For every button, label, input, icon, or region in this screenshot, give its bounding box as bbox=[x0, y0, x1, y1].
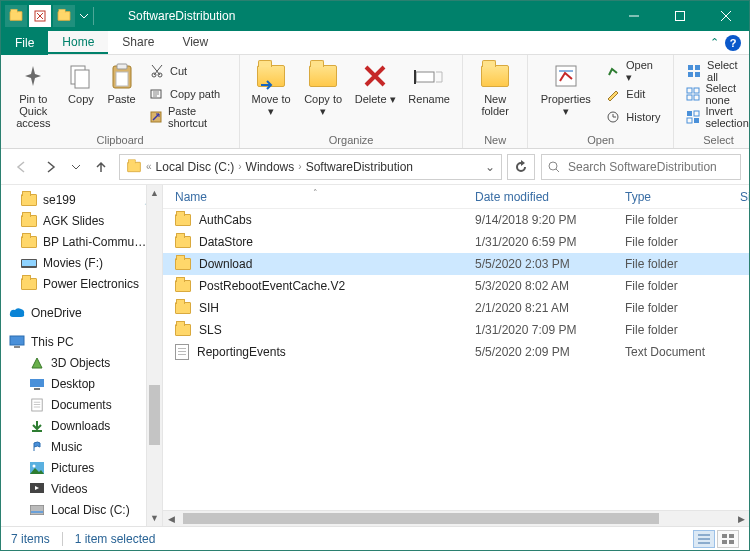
copy-button[interactable]: Copy bbox=[64, 59, 99, 105]
svg-rect-2 bbox=[676, 12, 685, 21]
invert-selection-button[interactable]: Invert selection bbox=[682, 107, 750, 127]
file-explorer-window: SoftwareDistribution File Home Share Vie… bbox=[0, 0, 750, 551]
file-row[interactable]: SIH2/1/2020 8:21 AMFile folder bbox=[163, 297, 749, 319]
tab-view[interactable]: View bbox=[168, 31, 222, 54]
nav-item[interactable]: Pictures bbox=[1, 457, 162, 478]
nav-back-button[interactable] bbox=[9, 155, 33, 179]
nav-item[interactable]: Videos bbox=[1, 478, 162, 499]
paste-shortcut-button[interactable]: Paste shortcut bbox=[145, 107, 231, 127]
select-all-button[interactable]: Select all bbox=[682, 61, 750, 81]
nav-item[interactable]: AGK Slides bbox=[1, 210, 162, 231]
tab-home[interactable]: Home bbox=[48, 31, 108, 54]
move-to-button[interactable]: Move to ▾ bbox=[248, 59, 294, 117]
nav-onedrive[interactable]: OneDrive bbox=[1, 302, 162, 323]
chevron-icon[interactable]: « bbox=[146, 161, 152, 172]
pin-to-quick-access-button[interactable]: Pin to Quick access bbox=[9, 59, 58, 129]
nav-item[interactable]: 3D Objects bbox=[1, 352, 162, 373]
tab-share[interactable]: Share bbox=[108, 31, 168, 54]
nav-item[interactable]: Documents bbox=[1, 394, 162, 415]
horizontal-scrollbar[interactable]: ◀ ▶ bbox=[163, 510, 749, 526]
file-row[interactable]: DataStore1/31/2020 6:59 PMFile folder bbox=[163, 231, 749, 253]
svg-rect-25 bbox=[694, 111, 699, 116]
help-icon[interactable]: ? bbox=[725, 35, 741, 51]
search-input[interactable] bbox=[566, 159, 734, 175]
delete-button[interactable]: Delete ▾ bbox=[352, 59, 398, 105]
nav-item[interactable]: Movies (F:) bbox=[1, 252, 162, 273]
column-size[interactable]: Size bbox=[728, 190, 750, 204]
search-box[interactable] bbox=[541, 154, 741, 180]
ribbon-collapse-icon[interactable]: ⌃ bbox=[710, 36, 719, 49]
svg-rect-47 bbox=[729, 534, 734, 538]
file-row[interactable]: PostRebootEventCache.V25/3/2020 8:02 AMF… bbox=[163, 275, 749, 297]
file-row[interactable]: AuthCabs9/14/2018 9:20 PMFile folder bbox=[163, 209, 749, 231]
qat-new-folder-icon[interactable] bbox=[53, 5, 75, 27]
file-list-pane: Name˄ Date modified Type Size AuthCabs9/… bbox=[163, 185, 749, 526]
close-button[interactable] bbox=[703, 1, 749, 31]
svg-rect-26 bbox=[687, 118, 692, 123]
file-type: Text Document bbox=[613, 345, 728, 359]
column-name[interactable]: Name˄ bbox=[163, 190, 463, 204]
edit-button[interactable]: Edit bbox=[601, 84, 665, 104]
nav-item[interactable]: Desktop bbox=[1, 373, 162, 394]
nav-item[interactable]: Music bbox=[1, 436, 162, 457]
file-row[interactable]: Download5/5/2020 2:03 PMFile folder bbox=[163, 253, 749, 275]
scroll-left-icon[interactable]: ◀ bbox=[163, 511, 179, 526]
maximize-button[interactable] bbox=[657, 1, 703, 31]
title-bar: SoftwareDistribution bbox=[1, 1, 749, 31]
breadcrumb-item[interactable]: Local Disc (C:) bbox=[156, 160, 235, 174]
scroll-right-icon[interactable]: ▶ bbox=[733, 511, 749, 526]
chevron-right-icon[interactable]: › bbox=[298, 161, 301, 172]
svg-rect-27 bbox=[694, 118, 699, 123]
window-title: SoftwareDistribution bbox=[128, 9, 235, 23]
tab-file[interactable]: File bbox=[1, 31, 48, 55]
address-dropdown-icon[interactable]: ⌄ bbox=[485, 160, 495, 174]
ribbon-group-organize: Move to ▾ Copy to ▾ Delete ▾ Rename Orga… bbox=[240, 55, 463, 148]
nav-item[interactable]: Downloads bbox=[1, 415, 162, 436]
file-name: DataStore bbox=[199, 235, 253, 249]
history-button[interactable]: History bbox=[601, 107, 665, 127]
view-details-button[interactable] bbox=[693, 530, 715, 548]
nav-item[interactable]: BP Lathi-Commu… bbox=[1, 231, 162, 252]
chevron-right-icon[interactable]: › bbox=[238, 161, 241, 172]
nav-this-pc[interactable]: This PC bbox=[1, 331, 162, 352]
qat-customize-dropdown[interactable] bbox=[77, 5, 91, 27]
nav-item[interactable]: Power Electronics bbox=[1, 273, 162, 294]
qat-properties-icon[interactable] bbox=[29, 5, 51, 27]
view-icons-button[interactable] bbox=[717, 530, 739, 548]
file-name: PostRebootEventCache.V2 bbox=[199, 279, 345, 293]
breadcrumb-item[interactable]: SoftwareDistribution bbox=[306, 160, 413, 174]
copy-path-button[interactable]: Copy path bbox=[145, 84, 231, 104]
select-none-button[interactable]: Select none bbox=[682, 84, 750, 104]
nav-forward-button[interactable] bbox=[39, 155, 63, 179]
paste-button[interactable]: Paste bbox=[104, 59, 139, 105]
file-row[interactable]: SLS1/31/2020 7:09 PMFile folder bbox=[163, 319, 749, 341]
svg-rect-4 bbox=[75, 70, 89, 88]
open-button[interactable]: Open ▾ bbox=[601, 61, 665, 81]
address-bar[interactable]: « Local Disc (C:) › Windows › SoftwareDi… bbox=[119, 154, 502, 180]
breadcrumb-item[interactable]: Windows bbox=[246, 160, 295, 174]
svg-rect-46 bbox=[722, 534, 727, 538]
new-folder-button[interactable]: New folder bbox=[471, 59, 519, 117]
refresh-button[interactable] bbox=[507, 154, 535, 180]
cut-button[interactable]: Cut bbox=[145, 61, 231, 81]
file-name: AuthCabs bbox=[199, 213, 252, 227]
svg-point-28 bbox=[549, 162, 557, 170]
rename-button[interactable]: Rename bbox=[404, 59, 454, 105]
scroll-up-icon[interactable]: ▲ bbox=[147, 185, 162, 201]
nav-recent-dropdown[interactable] bbox=[69, 155, 83, 179]
nav-item[interactable]: Local Disc (C:) bbox=[1, 499, 162, 520]
scroll-thumb[interactable] bbox=[149, 385, 160, 445]
scroll-down-icon[interactable]: ▼ bbox=[147, 510, 162, 526]
nav-scrollbar[interactable]: ▲ ▼ bbox=[146, 185, 162, 526]
nav-item[interactable]: se199📌 bbox=[1, 189, 162, 210]
svg-rect-12 bbox=[416, 72, 434, 82]
column-date[interactable]: Date modified bbox=[463, 190, 613, 204]
copy-to-button[interactable]: Copy to ▾ bbox=[300, 59, 346, 117]
qat-folder-icon[interactable] bbox=[5, 5, 27, 27]
properties-button[interactable]: Properties ▾ bbox=[536, 59, 595, 117]
hscroll-thumb[interactable] bbox=[183, 513, 659, 524]
column-type[interactable]: Type bbox=[613, 190, 728, 204]
minimize-button[interactable] bbox=[611, 1, 657, 31]
file-row[interactable]: ReportingEvents5/5/2020 2:09 PMText Docu… bbox=[163, 341, 749, 363]
nav-up-button[interactable] bbox=[89, 155, 113, 179]
